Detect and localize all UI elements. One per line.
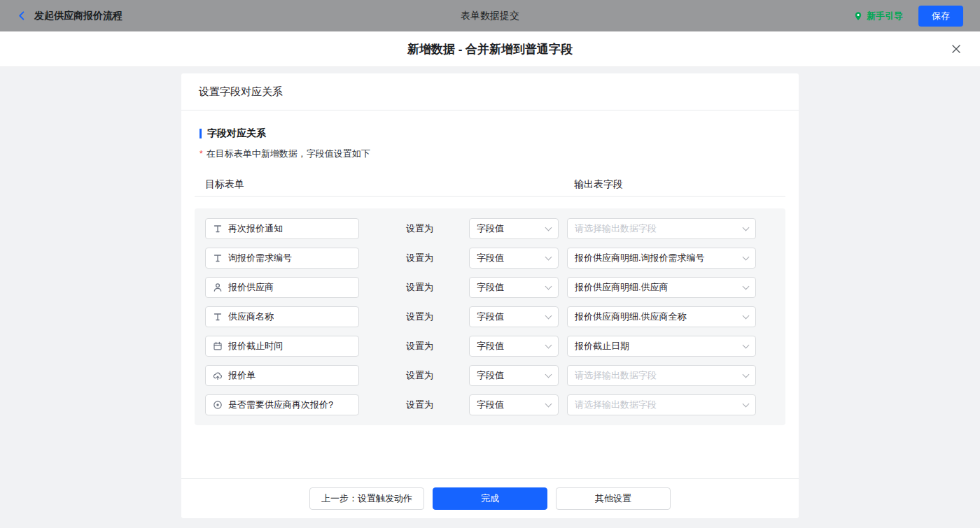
set-as-label: 设置为 xyxy=(406,252,435,264)
text-field-icon xyxy=(213,253,223,263)
section-title: 字段对应关系 xyxy=(200,127,785,140)
output-select-value: 请选择输出数据字段 xyxy=(575,369,657,382)
target-field-label: 再次报价通知 xyxy=(228,222,283,235)
mapping-row: 报价供应商 设置为 字段值 报价供应商明细.供应商 xyxy=(205,273,785,302)
hint-text: 在目标表单中新增数据，字段值设置如下 xyxy=(206,148,370,159)
output-select-value: 报价供应商明细.供应商 xyxy=(575,281,668,294)
target-field-input[interactable]: 询报价需求编号 xyxy=(205,248,359,269)
mapping-row: 询报价需求编号 设置为 字段值 报价供应商明细.询报价需求编号 xyxy=(205,243,785,273)
mode-select[interactable]: 字段值 xyxy=(469,277,559,298)
card-footer: 上一步：设置触发动作 完成 其他设置 xyxy=(181,478,799,518)
close-icon[interactable] xyxy=(951,43,962,55)
other-settings-button[interactable]: 其他设置 xyxy=(556,487,671,510)
guide-label: 新手引导 xyxy=(867,10,903,22)
location-pin-icon xyxy=(853,11,863,21)
mode-select[interactable]: 字段值 xyxy=(469,394,559,415)
chevron-down-icon xyxy=(545,313,552,320)
target-field-input[interactable]: 是否需要供应商再次报价? xyxy=(205,394,359,415)
chevron-down-icon xyxy=(743,283,750,290)
section-accent-bar xyxy=(200,129,202,138)
hint-row: *在目标表单中新增数据，字段值设置如下 xyxy=(200,148,785,160)
column-target-form: 目标表单 xyxy=(205,178,244,191)
output-select[interactable]: 请选择输出数据字段 xyxy=(567,365,756,386)
page-title: 新增数据 - 合并新增到普通字段 xyxy=(407,41,573,57)
chevron-down-icon xyxy=(743,254,750,261)
chevron-down-icon xyxy=(545,401,552,408)
person-icon xyxy=(213,283,223,292)
mode-select-value: 字段值 xyxy=(477,340,504,352)
set-as-label: 设置为 xyxy=(406,222,435,235)
chevron-down-icon xyxy=(545,342,552,349)
mode-select[interactable]: 字段值 xyxy=(469,365,559,386)
flow-name[interactable]: 发起供应商报价流程 xyxy=(34,10,122,22)
text-field-icon xyxy=(213,224,223,234)
target-field-input[interactable]: 报价单 xyxy=(205,365,359,386)
output-select-value: 报价供应商明细.询报价需求编号 xyxy=(575,252,705,264)
target-field-input[interactable]: 报价供应商 xyxy=(205,277,359,298)
output-select[interactable]: 报价截止日期 xyxy=(567,336,756,357)
output-select[interactable]: 报价供应商明细.供应商 xyxy=(567,277,756,298)
target-field-label: 是否需要供应商再次报价? xyxy=(228,399,333,411)
target-field-label: 供应商名称 xyxy=(228,311,274,323)
chevron-down-icon xyxy=(743,342,750,349)
target-field-input[interactable]: 报价截止时间 xyxy=(205,336,359,357)
chevron-down-icon xyxy=(545,254,552,261)
set-as-label: 设置为 xyxy=(406,399,435,411)
mapping-row: 报价截止时间 设置为 字段值 报价截止日期 xyxy=(205,331,785,361)
mode-select[interactable]: 字段值 xyxy=(469,248,559,269)
calendar-icon xyxy=(213,341,223,351)
output-select[interactable]: 报价供应商明细.询报价需求编号 xyxy=(567,248,756,269)
chevron-down-icon xyxy=(545,371,552,378)
required-asterisk: * xyxy=(200,149,203,159)
top-bar: 发起供应商报价流程 表单数据提交 新手引导 保存 xyxy=(0,0,980,31)
chevron-down-icon xyxy=(743,313,750,320)
mode-select-value: 字段值 xyxy=(477,369,504,382)
mapping-row: 报价单 设置为 字段值 请选择输出数据字段 xyxy=(205,361,785,390)
settings-card: 设置字段对应关系 字段对应关系 *在目标表单中新增数据，字段值设置如下 目标表单… xyxy=(181,73,799,518)
card-title: 设置字段对应关系 xyxy=(181,73,799,110)
mode-select[interactable]: 字段值 xyxy=(469,336,559,357)
chevron-down-icon xyxy=(743,371,750,378)
mode-select-value: 字段值 xyxy=(477,281,504,294)
mapping-row: 供应商名称 设置为 字段值 报价供应商明细.供应商全称 xyxy=(205,302,785,331)
section-title-text: 字段对应关系 xyxy=(207,127,266,140)
set-as-label: 设置为 xyxy=(406,281,435,294)
chevron-down-icon xyxy=(545,283,552,290)
mode-select-value: 字段值 xyxy=(477,399,504,411)
target-field-label: 询报价需求编号 xyxy=(228,252,292,264)
target-field-label: 报价单 xyxy=(228,369,255,382)
done-button[interactable]: 完成 xyxy=(433,487,547,510)
chevron-down-icon xyxy=(743,224,750,231)
output-select[interactable]: 请选择输出数据字段 xyxy=(567,218,756,239)
output-select[interactable]: 请选择输出数据字段 xyxy=(567,394,756,415)
mapping-panel: 再次报价通知 设置为 字段值 请选择输出数据字段 xyxy=(195,208,785,425)
save-button[interactable]: 保存 xyxy=(918,6,963,27)
set-as-label: 设置为 xyxy=(406,340,435,352)
text-field-icon xyxy=(213,312,223,322)
output-select-value: 请选择输出数据字段 xyxy=(575,399,657,411)
output-select-value: 请选择输出数据字段 xyxy=(575,222,657,235)
target-field-label: 报价截止时间 xyxy=(228,340,283,352)
target-field-label: 报价供应商 xyxy=(228,281,274,294)
top-bar-left: 发起供应商报价流程 xyxy=(17,10,122,22)
columns-header: 目标表单 输出表字段 xyxy=(195,176,785,197)
target-field-input[interactable]: 供应商名称 xyxy=(205,306,359,327)
mode-select[interactable]: 字段值 xyxy=(469,306,559,327)
radio-icon xyxy=(213,400,223,410)
cloud-upload-icon xyxy=(213,371,223,380)
target-field-input[interactable]: 再次报价通知 xyxy=(205,218,359,239)
top-bar-right: 新手引导 保存 xyxy=(853,6,963,27)
mode-select[interactable]: 字段值 xyxy=(469,218,559,239)
page-header: 新增数据 - 合并新增到普通字段 xyxy=(0,31,980,66)
mode-select-value: 字段值 xyxy=(477,311,504,323)
beginner-guide-button[interactable]: 新手引导 xyxy=(853,10,903,22)
card-body: 字段对应关系 *在目标表单中新增数据，字段值设置如下 目标表单 输出表字段 再次… xyxy=(181,110,799,425)
mapping-row: 是否需要供应商再次报价? 设置为 字段值 请选择输出数据字段 xyxy=(205,390,785,420)
mapping-row: 再次报价通知 设置为 字段值 请选择输出数据字段 xyxy=(205,214,785,243)
column-output-field: 输出表字段 xyxy=(574,178,623,191)
output-select-value: 报价截止日期 xyxy=(575,340,629,352)
previous-step-button[interactable]: 上一步：设置触发动作 xyxy=(309,487,424,510)
output-select-value: 报价供应商明细.供应商全称 xyxy=(575,311,687,323)
back-chevron-icon[interactable] xyxy=(17,10,27,21)
output-select[interactable]: 报价供应商明细.供应商全称 xyxy=(567,306,756,327)
